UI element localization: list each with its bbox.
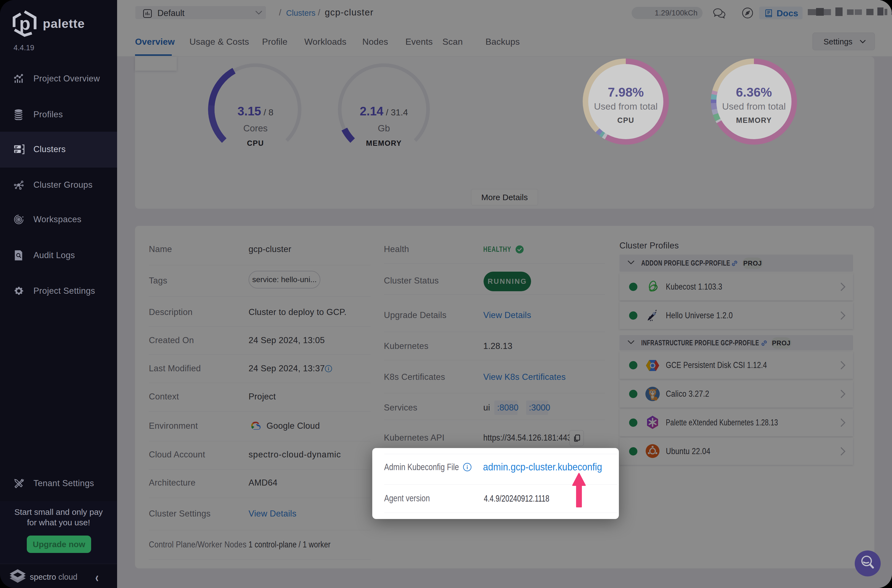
svg-text:p: p: [20, 13, 30, 34]
